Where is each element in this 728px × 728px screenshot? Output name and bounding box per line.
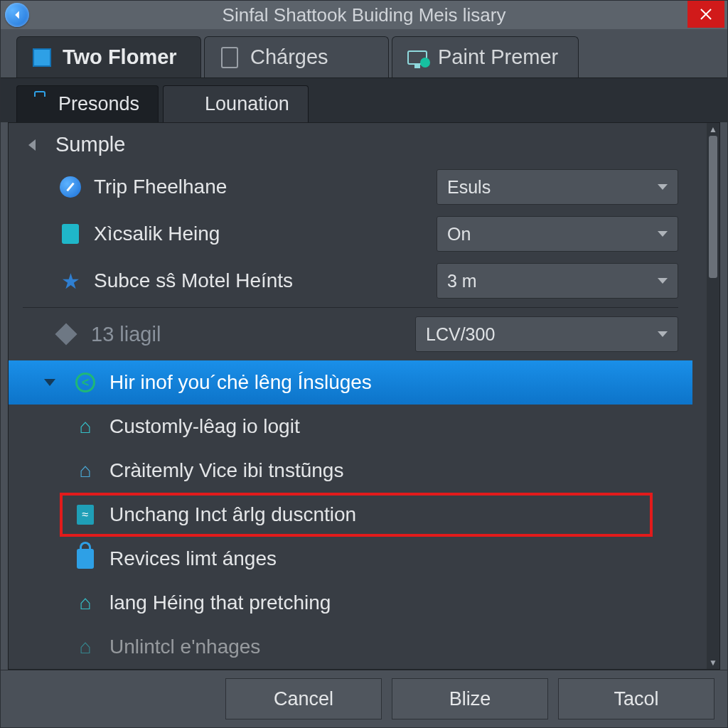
list-item-lang-heing[interactable]: ⌂ lang Héing that pretching bbox=[9, 581, 692, 625]
tab-charges[interactable]: Chárges bbox=[204, 36, 389, 77]
select-value: On bbox=[447, 224, 471, 245]
list-section: < Hir inof you´chė lêng Ínslùges ⌂ Custo… bbox=[9, 358, 692, 669]
tab-label: Two Flomer bbox=[63, 46, 177, 69]
select-value: 3 m bbox=[447, 271, 477, 291]
tab-label: Paint Premer bbox=[438, 46, 558, 69]
prop-xicsalik-heing: Xìcsalik Heing On bbox=[9, 210, 692, 257]
button-label: Cancel bbox=[274, 688, 333, 710]
select-lcv300[interactable]: LCV/300 bbox=[415, 316, 678, 352]
back-arrow-icon bbox=[12, 10, 22, 20]
list-item-hir-inof[interactable]: < Hir inof you´chė lêng Ínslùges bbox=[9, 360, 692, 405]
list-item-craitemly-vice[interactable]: ⌂ Cràitemly Vice ibi tnstũngs bbox=[9, 449, 692, 493]
briefcase-icon bbox=[30, 95, 48, 114]
list-item-unlintcl[interactable]: ⌂ Unlintcl e'nhages bbox=[9, 625, 692, 669]
list-label: Hir inof you´chė lêng Ínslùges bbox=[109, 371, 372, 394]
group-sumple[interactable]: Sumple bbox=[9, 123, 692, 164]
prop-subce-motel-heints: ★ Subce sŝ Motel Heínts 3 m bbox=[9, 257, 692, 304]
scroll-down-icon[interactable]: ▼ bbox=[707, 656, 719, 669]
prop-label: Xìcsalik Heing bbox=[94, 223, 425, 245]
footer: Cancel Blize Tacol bbox=[1, 670, 727, 727]
sub-tab-bar: Presonds Lounation bbox=[1, 77, 727, 122]
divider bbox=[23, 307, 678, 308]
monitor-icon bbox=[407, 47, 428, 68]
scroll-thumb[interactable] bbox=[709, 136, 717, 278]
list-item-customly-leag[interactable]: ⌂ Customly-lêag io logit bbox=[9, 405, 692, 449]
prop-trip-fheelhane: Trip Fheelhane Esuls bbox=[9, 164, 692, 210]
disclosure-down-icon bbox=[44, 379, 55, 386]
chevron-down-icon bbox=[658, 278, 668, 284]
floppy-icon bbox=[31, 47, 53, 68]
titlebar: Sinfal Shattook Buiding Meis lisary bbox=[1, 1, 727, 29]
house-icon: ⌂ bbox=[74, 636, 97, 658]
scroll-up-icon[interactable]: ▲ bbox=[707, 123, 719, 136]
content-area: Sumple Trip Fheelhane Esuls Xìcsalik Hei… bbox=[8, 122, 720, 670]
chevron-down-icon bbox=[658, 231, 668, 237]
cancel-button[interactable]: Cancel bbox=[225, 678, 382, 719]
lock-icon bbox=[74, 547, 97, 570]
subtab-lounation[interactable]: Lounation bbox=[163, 85, 309, 122]
button-label: Blize bbox=[449, 688, 491, 710]
window-title: Sinfal Shattook Buiding Meis lisary bbox=[1, 4, 727, 26]
list-label: Unlintcl e'nhages bbox=[109, 636, 260, 658]
prop-label: Trip Fheelhane bbox=[94, 176, 425, 198]
button-label: Tacol bbox=[614, 688, 658, 710]
list-item-revices-limt[interactable]: Revices limt ánges bbox=[9, 537, 692, 581]
folder-monitor-icon bbox=[176, 95, 195, 114]
house-icon: ⌂ bbox=[74, 592, 97, 614]
top-tab-bar: Two Flomer Chárges Paint Premer bbox=[1, 29, 727, 77]
select-value: Esuls bbox=[447, 177, 491, 198]
list-label: lang Héing that pretching bbox=[109, 592, 331, 614]
scroll-area: Sumple Trip Fheelhane Esuls Xìcsalik Hei… bbox=[9, 123, 707, 669]
mid-label: 13 liagil bbox=[91, 323, 404, 346]
trash-icon bbox=[58, 222, 82, 246]
blize-button[interactable]: Blize bbox=[392, 678, 548, 719]
tacol-button[interactable]: Tacol bbox=[558, 678, 714, 719]
list-label: Customly-lêag io logit bbox=[109, 415, 300, 438]
list-label: Revices limt ánges bbox=[109, 547, 277, 570]
check-circle-icon: < bbox=[74, 371, 97, 394]
prop-label: Subce sŝ Motel Heínts bbox=[94, 269, 425, 292]
disclosure-icon bbox=[28, 139, 36, 151]
device-outline-icon bbox=[219, 47, 240, 68]
select-subce-motel-heints[interactable]: 3 m bbox=[437, 263, 678, 299]
list-item-unchang-inct[interactable]: ≈ Unchang Inct ârlg duscntion bbox=[60, 493, 653, 537]
dialog-window: Sinfal Shattook Buiding Meis lisary Two … bbox=[0, 0, 728, 728]
diamond-icon bbox=[55, 323, 77, 346]
subtab-label: Presonds bbox=[58, 93, 139, 115]
list-label: Cràitemly Vice ibi tnstũngs bbox=[109, 459, 343, 482]
group-title: Sumple bbox=[55, 133, 125, 156]
house-icon: ⌂ bbox=[74, 415, 97, 438]
tab-label: Chárges bbox=[250, 46, 328, 69]
house-icon: ⌂ bbox=[74, 459, 97, 482]
back-button[interactable] bbox=[5, 3, 29, 27]
tab-two-flomer[interactable]: Two Flomer bbox=[16, 36, 201, 77]
tab-paint-premer[interactable]: Paint Premer bbox=[392, 36, 579, 77]
star-icon: ★ bbox=[58, 269, 82, 293]
compass-icon bbox=[58, 175, 82, 199]
close-button[interactable] bbox=[687, 1, 724, 28]
document-icon: ≈ bbox=[74, 503, 97, 526]
select-xicsalik-heing[interactable]: On bbox=[437, 216, 678, 252]
select-value: LCV/300 bbox=[426, 324, 495, 345]
subtab-presonds[interactable]: Presonds bbox=[16, 85, 159, 122]
subtab-label: Lounation bbox=[205, 93, 289, 115]
vertical-scrollbar[interactable]: ▲ ▼ bbox=[707, 123, 719, 669]
list-label: Unchang Inct ârlg duscntion bbox=[109, 503, 356, 526]
row-13-liagil: 13 liagil LCV/300 bbox=[9, 311, 692, 358]
chevron-down-icon bbox=[658, 331, 668, 337]
select-trip-fheelhane[interactable]: Esuls bbox=[437, 169, 678, 205]
chevron-down-icon bbox=[658, 184, 668, 190]
